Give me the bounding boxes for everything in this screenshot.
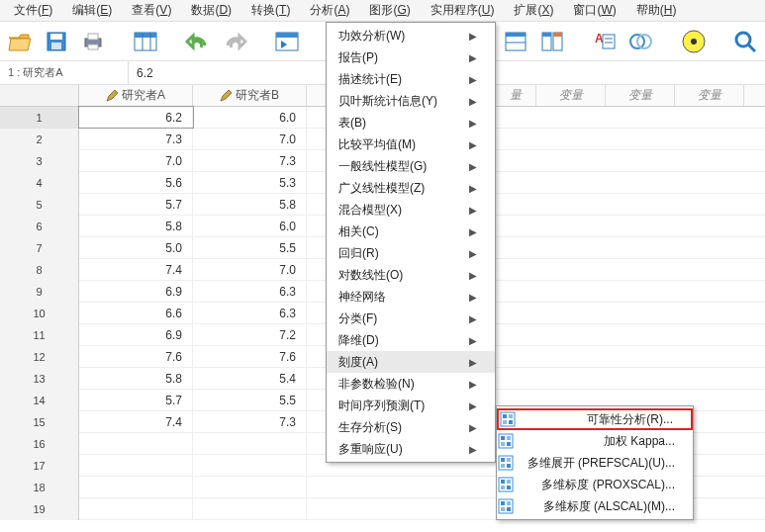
- row-header[interactable]: 11: [0, 324, 79, 346]
- cell[interactable]: 5.0: [79, 237, 193, 258]
- cell[interactable]: 5.7: [79, 194, 193, 215]
- analyze-item[interactable]: 对数线性(O)▶: [327, 264, 495, 286]
- cell[interactable]: [79, 455, 193, 476]
- data-view-icon[interactable]: [132, 28, 158, 55]
- select-icon[interactable]: [627, 28, 654, 55]
- menu-t[interactable]: 转换(T): [241, 0, 300, 21]
- menu-e[interactable]: 编辑(E): [62, 0, 122, 21]
- menu-d[interactable]: 数据(D): [181, 0, 241, 21]
- cell[interactable]: [79, 477, 193, 497]
- row-header[interactable]: 6: [0, 216, 79, 237]
- cell[interactable]: 7.0: [193, 129, 307, 149]
- column-header-var[interactable]: 变量: [536, 85, 606, 106]
- analyze-item[interactable]: 描述统计(E)▶: [327, 68, 495, 90]
- row-header[interactable]: 7: [0, 237, 79, 259]
- cell[interactable]: 5.8: [79, 368, 193, 389]
- menu-g[interactable]: 图形(G): [359, 0, 420, 21]
- cell[interactable]: 7.6: [79, 346, 193, 367]
- row-header[interactable]: 4: [0, 172, 79, 194]
- cell[interactable]: 7.3: [193, 150, 307, 171]
- analyze-item[interactable]: 贝叶斯统计信息(Y)▶: [327, 90, 495, 112]
- scale-item[interactable]: 多维标度 (PROXSCAL)...: [497, 474, 693, 495]
- cell[interactable]: [79, 498, 193, 519]
- cell[interactable]: [193, 433, 307, 454]
- row-header[interactable]: 16: [0, 433, 79, 455]
- cell[interactable]: 6.0: [193, 216, 307, 236]
- menu-u[interactable]: 实用程序(U): [421, 0, 505, 21]
- scale-item[interactable]: 多维标度 (ALSCAL)(M)...: [497, 495, 693, 517]
- analyze-item[interactable]: 神经网络▶: [327, 286, 495, 308]
- search-icon[interactable]: [732, 28, 759, 55]
- analyze-item[interactable]: 回归(R)▶: [327, 242, 495, 264]
- row-header[interactable]: 15: [0, 411, 79, 433]
- analyze-item[interactable]: 广义线性模型(Z)▶: [327, 177, 495, 199]
- cell[interactable]: 5.5: [193, 390, 307, 410]
- cell[interactable]: 7.6: [193, 346, 307, 367]
- row-header[interactable]: 19: [0, 498, 79, 520]
- cell[interactable]: 7.4: [79, 411, 193, 432]
- value-labels-icon[interactable]: A: [591, 28, 618, 55]
- cell[interactable]: 7.3: [79, 129, 193, 149]
- column-header-var[interactable]: 变量: [606, 85, 675, 106]
- column-header-b[interactable]: 研究者B: [193, 85, 307, 106]
- run-icon[interactable]: [680, 28, 707, 55]
- save-icon[interactable]: [43, 28, 69, 55]
- menu-x[interactable]: 扩展(X): [504, 0, 563, 21]
- analyze-item[interactable]: 时间序列预测(T)▶: [327, 395, 495, 416]
- cell[interactable]: 6.3: [193, 281, 307, 302]
- analyze-item[interactable]: 降维(D)▶: [327, 329, 495, 351]
- cell[interactable]: 6.2: [79, 107, 193, 128]
- row-header[interactable]: 2: [0, 129, 79, 150]
- cell[interactable]: [193, 455, 307, 476]
- analyze-item[interactable]: 比较平均值(M)▶: [327, 133, 495, 155]
- analyze-item[interactable]: 一般线性模型(G)▶: [327, 155, 495, 177]
- row-header[interactable]: 14: [0, 390, 79, 411]
- row-header[interactable]: 18: [0, 477, 79, 498]
- row-header[interactable]: 8: [0, 259, 79, 281]
- row-header[interactable]: 9: [0, 281, 79, 303]
- cell[interactable]: 6.3: [193, 303, 307, 323]
- column-header-var[interactable]: 量: [495, 85, 536, 106]
- scale-item[interactable]: 加权 Kappa...: [497, 430, 693, 452]
- menu-w[interactable]: 窗口(W): [563, 0, 625, 21]
- scale-item[interactable]: 可靠性分析(R)...: [497, 408, 693, 430]
- menu-a[interactable]: 分析(A): [300, 0, 359, 21]
- cell[interactable]: 7.3: [193, 411, 307, 432]
- cell[interactable]: 7.2: [193, 324, 307, 345]
- row-header[interactable]: 10: [0, 303, 79, 324]
- cell[interactable]: 6.6: [79, 303, 193, 323]
- analyze-item[interactable]: 功效分析(W)▶: [327, 25, 495, 46]
- cell[interactable]: 7.4: [79, 259, 193, 280]
- analyze-item[interactable]: 多重响应(U)▶: [327, 438, 495, 460]
- cell[interactable]: 6.0: [193, 107, 307, 128]
- scale-item[interactable]: 多维展开 (PREFSCAL)(U)...: [497, 452, 693, 474]
- row-header[interactable]: 17: [0, 455, 79, 477]
- analyze-item[interactable]: 刻度(A)▶: [327, 351, 495, 373]
- analyze-item[interactable]: 相关(C)▶: [327, 221, 495, 242]
- menu-v[interactable]: 查看(V): [122, 0, 181, 21]
- analyze-item[interactable]: 表(B)▶: [327, 112, 495, 133]
- cell[interactable]: 5.6: [79, 172, 193, 193]
- analyze-item[interactable]: 报告(P)▶: [327, 46, 495, 68]
- redo-icon[interactable]: [221, 28, 247, 55]
- print-icon[interactable]: [79, 28, 106, 55]
- cell[interactable]: [193, 498, 307, 519]
- cell[interactable]: 5.3: [193, 172, 307, 193]
- row-header[interactable]: 5: [0, 194, 79, 216]
- goto-case-icon[interactable]: [273, 28, 300, 55]
- analyze-item[interactable]: 生存分析(S)▶: [327, 416, 495, 438]
- cell[interactable]: 5.7: [79, 390, 193, 410]
- split-icon[interactable]: [538, 28, 565, 55]
- column-header-a[interactable]: 研究者A: [79, 85, 193, 106]
- cell[interactable]: 5.8: [193, 194, 307, 215]
- analyze-item[interactable]: 分类(F)▶: [327, 308, 495, 329]
- cell[interactable]: [193, 477, 307, 497]
- cell[interactable]: 6.9: [79, 324, 193, 345]
- cell[interactable]: [79, 433, 193, 454]
- row-header[interactable]: 3: [0, 150, 79, 172]
- cell[interactable]: 5.5: [193, 237, 307, 258]
- menu-f[interactable]: 文件(F): [4, 0, 62, 21]
- menu-h[interactable]: 帮助(H): [626, 0, 687, 21]
- cell[interactable]: 5.8: [79, 216, 193, 236]
- undo-icon[interactable]: [184, 28, 211, 55]
